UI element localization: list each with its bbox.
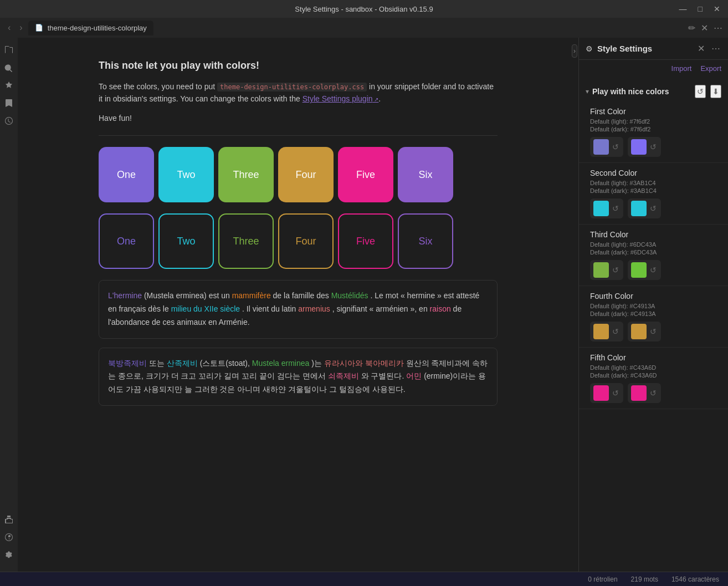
first-color-light-reset[interactable]: ↺ [611,141,620,152]
fourth-color-light-reset[interactable]: ↺ [611,326,620,337]
color-box-two-filled[interactable]: Two [158,147,214,202]
raison-word: raison [430,304,451,313]
fourth-color-light-swatch[interactable] [593,324,609,339]
divider-1 [99,135,498,136]
edit-icon[interactable]: ✏ [687,22,696,34]
third-color-dark-reset[interactable]: ↺ [649,264,658,276]
close-panel-button[interactable]: ✕ [696,42,706,55]
second-color-dark-reset[interactable]: ↺ [649,203,658,214]
color-box-six-filled[interactable]: Six [398,147,453,202]
char-count: 1546 caractères [671,575,719,583]
first-color-dark-reset[interactable]: ↺ [649,141,658,152]
active-tab[interactable]: 📄 theme-design-utilities-colorplay [28,21,153,35]
more-options-icon[interactable]: ⋯ [712,22,724,34]
section-download-button[interactable]: ⬇ [710,85,721,98]
korean-text-1: 북방족제비 [108,359,147,368]
maximize-button[interactable]: □ [695,3,706,14]
right-panel-header: ⚙ Style Settings ✕ ⋯ [579,38,728,60]
color-box-four-outline[interactable]: Four [278,213,334,269]
first-color-default-dark: Default (dark): #7f6df2 [590,126,719,133]
third-color-light-swatch[interactable] [593,262,609,278]
style-settings-link[interactable]: Style Settings plugin [303,94,379,103]
main-layout: This note let you play with colors! To s… [0,38,728,572]
armenius-word: armenius [298,304,330,313]
sidebar-icon-files[interactable] [1,42,17,58]
editor-content: This note let you play with colors! To s… [99,60,498,406]
sidebar-icon-search[interactable] [1,60,17,75]
second-color-light-swatch[interactable] [593,201,609,216]
second-color-default-light: Default (light): #3AB1C4 [590,180,719,186]
export-link[interactable]: Export [700,64,721,73]
fifth-color-dark-swatch[interactable] [631,385,647,401]
window-title: Style Settings - sandbox - Obsidian v0.1… [295,5,433,13]
outline-color-boxes: One Two Three Four Five Six [99,213,498,269]
milieu-word: milieu du XIIe siècle [171,304,240,313]
code-filename: theme-design-utilities-colorplay.css [217,83,367,91]
panel-actions: Import Export [579,60,728,77]
fifth-color-title: Fifth Color [590,353,719,362]
fifth-color-setting: Fifth Color Default (light): #C43A6D Def… [579,348,728,409]
third-color-swatches: ↺ ↺ [590,260,719,280]
fifth-color-dark-group: ↺ [628,383,661,403]
second-color-light-reset[interactable]: ↺ [611,203,620,214]
fifth-color-light-reset[interactable]: ↺ [611,388,620,399]
fourth-color-setting: Fourth Color Default (light): #C4913A De… [579,286,728,348]
fifth-color-light-group: ↺ [590,383,623,403]
close-tab-button[interactable]: ✕ [700,22,709,34]
first-color-dark-swatch[interactable] [631,139,647,155]
right-panel-title: Style Settings [597,44,692,53]
color-box-five-filled[interactable]: Five [338,147,393,202]
color-box-three-outline[interactable]: Three [218,213,274,269]
sidebar-icon-bookmarks[interactable] [1,95,17,111]
minimize-button[interactable]: — [676,3,690,14]
korean-text-4: (스토트(stoat), [200,359,252,368]
fourth-color-dark-group: ↺ [628,322,661,342]
collapse-panel-button[interactable]: › [572,44,577,58]
more-panel-options[interactable]: ⋯ [710,42,721,55]
third-color-light-group: ↺ [590,260,623,280]
intro-paragraph: To see the colors, you need to put theme… [99,80,498,105]
fifth-color-dark-reset[interactable]: ↺ [649,388,658,399]
sidebar-icon-help[interactable] [1,529,17,545]
panel-content: ▾ Play with nice colors ↺ ⬇ First Color … [579,77,728,572]
fourth-color-title: Fourth Color [590,292,719,300]
sidebar-icon-plugins[interactable] [1,512,17,527]
section-reset-button[interactable]: ↺ [695,85,706,98]
color-box-five-outline[interactable]: Five [338,213,393,269]
color-box-six-outline[interactable]: Six [398,213,453,269]
titlebar: Style Settings - sandbox - Obsidian v0.1… [0,0,728,18]
sidebar-icon-settings[interactable] [1,547,17,563]
korean-text-7: 유라시아와 북아메리카 [324,359,404,368]
gear-icon: ⚙ [586,44,593,53]
import-link[interactable]: Import [671,64,692,73]
first-color-setting: First Color Default (light): #7f6df2 Def… [579,101,728,163]
color-box-one-outline[interactable]: One [99,213,154,269]
third-color-light-reset[interactable]: ↺ [611,264,620,276]
color-box-one-filled[interactable]: One [99,147,154,202]
fifth-color-light-swatch[interactable] [593,385,609,401]
korean-text-11: 어민 [406,371,422,380]
sidebar-icon-recent[interactable] [1,113,17,129]
nav-forward-button[interactable]: › [16,22,25,34]
section-play-with-colors[interactable]: ▾ Play with nice colors ↺ ⬇ [579,81,728,101]
sidebar-icon-starred[interactable] [1,78,17,93]
first-color-light-swatch[interactable] [593,139,609,155]
second-color-dark-swatch[interactable] [631,201,647,216]
color-box-four-filled[interactable]: Four [278,147,334,202]
section-actions: ↺ ⬇ [695,85,721,98]
first-color-light-group: ↺ [590,137,623,157]
third-color-dark-swatch[interactable] [631,262,647,278]
color-box-three-filled[interactable]: Three [218,147,274,202]
nav-back-button[interactable]: ‹ [4,22,14,34]
fourth-color-dark-reset[interactable]: ↺ [649,326,658,337]
window-controls[interactable]: — □ ✕ [676,3,724,14]
fourth-color-light-group: ↺ [590,322,623,342]
second-color-setting: Second Color Default (light): #3AB1C4 De… [579,163,728,225]
korean-text-9: 쇠족제비 [328,371,359,380]
second-color-default-dark: Default (dark): #3AB1C4 [590,187,719,194]
french-text-5: , signifiant « arménien », en [332,304,430,313]
editor-area[interactable]: This note let you play with colors! To s… [18,38,578,572]
close-window-button[interactable]: ✕ [710,3,724,14]
fourth-color-dark-swatch[interactable] [631,324,647,339]
color-box-two-outline[interactable]: Two [158,213,214,269]
